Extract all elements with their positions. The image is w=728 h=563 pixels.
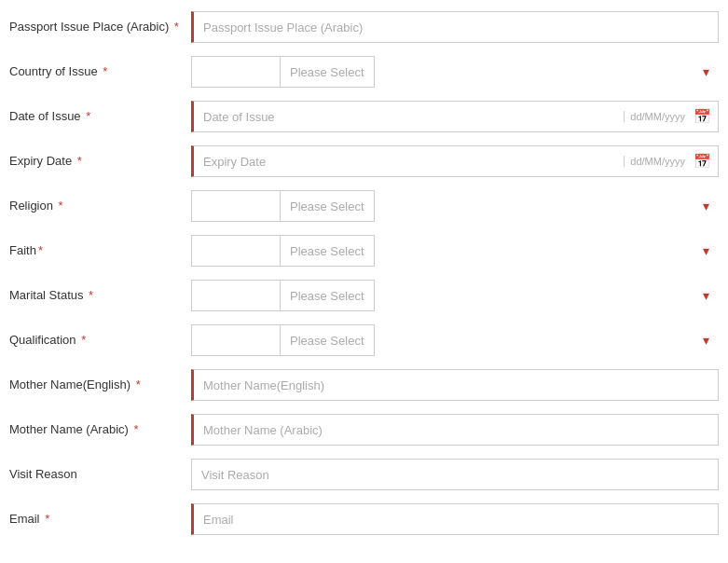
faith-select[interactable]: Please Select	[280, 235, 375, 267]
religion-prefix-box	[191, 190, 280, 222]
date-of-issue-input[interactable]	[191, 101, 719, 132]
marital-status-wrapper: Please Select	[191, 280, 719, 311]
required-star: *	[89, 288, 93, 302]
country-select-outer: Please Select	[280, 56, 719, 88]
required-star: *	[81, 333, 86, 347]
religion-row: Religion * Please Select	[9, 188, 719, 224]
qualification-label: Qualification *	[9, 333, 191, 349]
form-container: Passport Issue Place (Arabic) * Country …	[0, 9, 728, 537]
email-input[interactable]	[191, 503, 719, 535]
country-of-issue-select[interactable]: Please Select	[280, 56, 375, 88]
country-of-issue-row: Country of Issue * Please Select	[9, 54, 719, 89]
mother-name-arabic-label: Mother Name (Arabic) *	[9, 422, 191, 438]
mother-name-english-input[interactable]	[191, 369, 719, 401]
faith-wrapper: Please Select	[191, 235, 719, 267]
passport-issue-arabic-input[interactable]	[191, 11, 719, 43]
passport-issue-arabic-wrapper	[191, 11, 719, 43]
qualification-select[interactable]: Please Select	[280, 324, 375, 356]
required-star: *	[45, 512, 49, 526]
required-star: *	[174, 20, 179, 34]
faith-select-wrapper: Please Select	[191, 235, 719, 267]
expiry-date-input[interactable]	[191, 145, 719, 177]
country-of-issue-select-wrapper: Please Select	[191, 56, 719, 88]
date-of-issue-row: Date of Issue * dd/MM/yyyy 📅	[9, 99, 719, 134]
visit-reason-label: Visit Reason	[9, 467, 191, 483]
email-label: Email *	[9, 512, 191, 528]
mother-name-english-label: Mother Name(English) *	[9, 378, 191, 393]
date-of-issue-wrapper: dd/MM/yyyy 📅	[191, 101, 719, 132]
visit-reason-wrapper	[191, 459, 719, 490]
qualification-wrapper: Please Select	[191, 324, 719, 356]
country-of-issue-wrapper: Please Select	[191, 56, 719, 88]
date-of-issue-calendar-icon[interactable]: 📅	[694, 108, 711, 125]
marital-status-row: Marital Status * Please Select	[9, 278, 719, 313]
religion-wrapper: Please Select	[191, 190, 719, 222]
faith-prefix-box	[191, 235, 280, 267]
faith-select-outer: Please Select	[280, 235, 719, 267]
religion-select-outer: Please Select	[280, 190, 719, 222]
marital-status-prefix-box	[191, 280, 280, 311]
faith-row: Faith* Please Select	[9, 233, 719, 268]
religion-select-wrapper: Please Select	[191, 190, 719, 222]
date-of-issue-label: Date of Issue *	[9, 109, 191, 125]
marital-status-select-wrapper: Please Select	[191, 280, 719, 311]
faith-label: Faith*	[9, 243, 191, 259]
required-star: *	[136, 378, 141, 391]
marital-status-select[interactable]: Please Select	[280, 280, 375, 311]
mother-name-arabic-wrapper	[191, 414, 719, 446]
passport-issue-arabic-label: Passport Issue Place (Arabic) *	[9, 20, 191, 35]
expiry-date-row: Expiry Date * dd/MM/yyyy 📅	[9, 144, 719, 179]
email-row: Email *	[9, 501, 719, 537]
email-wrapper	[191, 503, 719, 535]
qualification-prefix-box	[191, 324, 280, 356]
visit-reason-input[interactable]	[191, 459, 719, 490]
expiry-date-wrapper: dd/MM/yyyy 📅	[191, 145, 719, 177]
qualification-select-wrapper: Please Select	[191, 324, 719, 356]
required-star: *	[86, 109, 90, 123]
date-of-issue-input-wrapper: dd/MM/yyyy 📅	[191, 101, 719, 132]
required-star: *	[38, 243, 43, 257]
required-star: *	[133, 422, 138, 436]
visit-reason-row: Visit Reason	[9, 457, 719, 492]
mother-name-english-row: Mother Name(English) *	[9, 367, 719, 403]
required-star: *	[77, 154, 82, 168]
country-of-issue-label: Country of Issue *	[9, 64, 191, 80]
qualification-select-outer: Please Select	[280, 324, 719, 356]
passport-issue-arabic-row: Passport Issue Place (Arabic) *	[9, 9, 719, 45]
qualification-row: Qualification * Please Select	[9, 323, 719, 358]
marital-status-label: Marital Status *	[9, 288, 191, 304]
expiry-date-label: Expiry Date *	[9, 154, 191, 170]
mother-name-english-wrapper	[191, 369, 719, 401]
religion-label: Religion *	[9, 199, 191, 214]
religion-select[interactable]: Please Select	[280, 190, 375, 222]
marital-status-select-outer: Please Select	[280, 280, 719, 311]
mother-name-arabic-row: Mother Name (Arabic) *	[9, 412, 719, 447]
expiry-date-input-wrapper: dd/MM/yyyy 📅	[191, 145, 719, 177]
required-star: *	[103, 64, 107, 78]
mother-name-arabic-input[interactable]	[191, 414, 719, 446]
country-prefix-box	[191, 56, 280, 88]
required-star: *	[59, 199, 63, 213]
expiry-date-calendar-icon[interactable]: 📅	[694, 153, 711, 170]
